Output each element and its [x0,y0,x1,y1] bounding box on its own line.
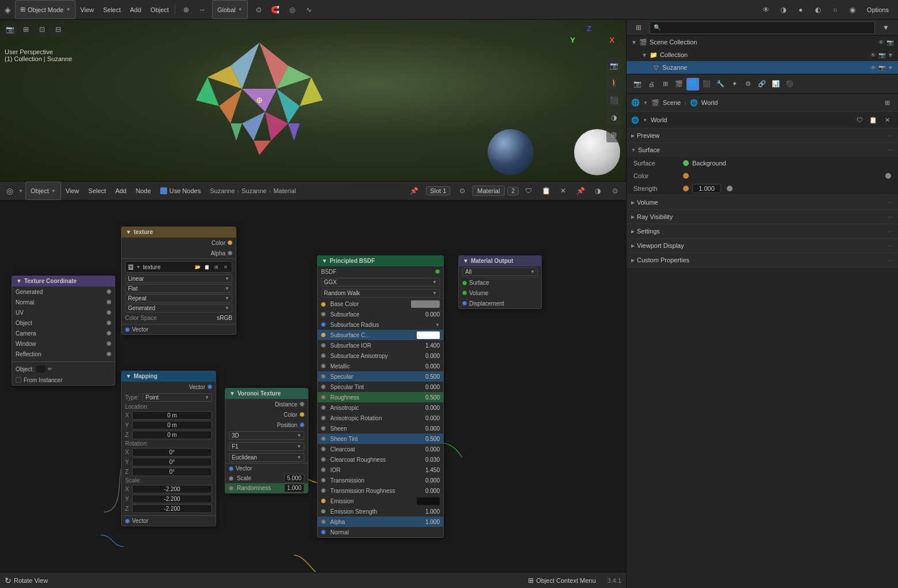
texture-img-btn1[interactable]: 📂 [194,263,202,271]
outliner-search[interactable]: 🔍 [650,21,875,34]
material-pin2[interactable]: 📌 [573,183,588,198]
node-add-menu[interactable]: Add [111,182,131,200]
node-editor-canvas[interactable]: ▼ Texture Coordinate Generated Normal [0,201,626,572]
surface-strength-field[interactable]: 1.000 [692,184,721,193]
tc-node-header[interactable]: ▼ Texture Coordinate [12,276,115,287]
select-menu[interactable]: Select [99,0,126,19]
coll-camera[interactable]: 📷 [878,52,885,58]
texture-proj-dropdown[interactable]: Flat ▼ [125,284,232,293]
props-world-icon[interactable]: 🌐 [686,78,699,91]
texture-img-close[interactable]: ✕ [221,263,229,271]
object-menu[interactable]: Object [146,0,173,19]
world-copy[interactable]: 📋 [867,114,880,126]
world-expand[interactable]: ⊞ [881,96,893,109]
texture-node-header[interactable]: ▼ texture [121,227,236,238]
add-menu[interactable]: Add [126,0,146,19]
texture-img-btn3[interactable]: ⊞ [212,263,220,271]
voronoi-feat-dropdown[interactable]: F1 ▼ [229,442,304,451]
tc-eyedropper[interactable]: ✏ [46,364,55,374]
vp-display-header[interactable]: ▶ Viewport Display ⋯ [627,239,898,252]
material-selector[interactable]: Material [472,186,505,196]
snap-icon[interactable]: ⊕ [179,2,194,17]
surface-header[interactable]: ▼ Surface ⋯ [627,143,898,157]
node-editor-type-icon[interactable]: ◎ [2,183,17,198]
surface-color-dot[interactable] [683,173,689,179]
voronoi-node-header[interactable]: ▼ Voronoi Texture [225,388,308,399]
coll-eye[interactable]: 👁 [870,52,876,58]
overlay-toggle[interactable]: ◑ [606,110,621,125]
view-menu[interactable]: View [76,0,99,19]
options-btn[interactable]: Options [862,6,893,13]
viewport-filter[interactable]: ⊟ [51,22,66,37]
suz-eye[interactable]: 👁 [870,65,876,71]
props-render-icon[interactable]: 📷 [631,78,644,91]
walk-icon[interactable]: 🚶 [606,76,621,91]
voronoi-dist-dropdown[interactable]: Euclidean ▼ [229,453,304,462]
texture-source-dropdown[interactable]: Generated ▼ [125,304,232,312]
mapping-loc-z-field[interactable]: 0 m [132,431,212,439]
shading-render[interactable]: ○ [828,2,843,17]
tc-object-input[interactable] [36,365,46,372]
outliner-scene-collection[interactable]: ▼ 🎬 Scene Collection 👁 📷 [627,36,898,48]
coll-filter[interactable]: ▼ [888,52,893,58]
texture-ext-dropdown[interactable]: Repeat ▼ [125,294,232,303]
mapping-loc-x-field[interactable]: 0 m [132,411,212,420]
shading-solid[interactable]: ● [793,2,808,17]
outliner-filter[interactable]: ▼ [878,20,893,35]
outliner-camera-icon[interactable]: 📷 [886,39,893,46]
bsdf-node-header[interactable]: ▼ Principled BSDF [317,255,444,266]
engine-icon[interactable]: ◈ [0,2,15,17]
bsdf-emission-swatch[interactable] [417,497,440,505]
pivot-icon[interactable]: ⊙ [251,2,266,17]
output-target-dropdown[interactable]: All ▼ [462,267,538,276]
node-select-menu[interactable]: Select [84,182,111,200]
overlay-icon[interactable]: ◑ [776,2,791,17]
settings-header[interactable]: ▶ Settings ⋯ [627,224,898,238]
mapping-scale-y-field[interactable]: -2.200 [132,495,212,503]
world-x[interactable]: ✕ [881,114,893,126]
props-view-layer-icon[interactable]: ⊞ [659,78,671,91]
viewport-overlay2[interactable]: ⊡ [35,22,50,37]
material-copy[interactable]: 📋 [538,183,553,198]
render-icon[interactable]: ⬛ [606,93,621,108]
texture-interp-dropdown[interactable]: Linear ▼ [125,274,232,283]
shading-eevee[interactable]: ◉ [845,2,860,17]
viewport-shading-nodes[interactable]: ⊙ [608,183,622,198]
node-object-mode[interactable]: Object ▼ [25,182,61,200]
props-modifier-icon[interactable]: 🔧 [714,78,727,91]
viewport-grid-icon[interactable]: ⊞ [18,22,33,37]
bsdf-ss-color-swatch[interactable] [417,331,440,339]
props-material-icon[interactable]: ⚫ [783,78,796,91]
bsdf-dist-dropdown[interactable]: GGX ▼ [321,278,440,287]
sphere-icon[interactable]: ⊙ [455,183,470,198]
shading-material[interactable]: ◐ [810,2,825,17]
props-physics-icon[interactable]: ⚙ [742,78,754,91]
props-constraints-icon[interactable]: 🔗 [756,78,768,91]
mode-selector[interactable]: ⊞ Object Mode ▼ [15,0,76,19]
outliner-icon[interactable]: ⊞ [631,20,646,35]
camera-view-icon[interactable]: 📷 [606,58,621,73]
props-scene-icon[interactable]: 🎬 [673,78,685,91]
outliner-eye-icon[interactable]: 👁 [878,39,884,46]
suz-filter[interactable]: ▼ [888,65,893,71]
transform-selector[interactable]: Global ▼ [212,0,248,19]
props-output-icon[interactable]: 🖨 [645,78,658,91]
tc-instancer-check[interactable] [16,377,21,383]
bsdf-ss-dropdown[interactable]: Random Walk ▼ [321,289,440,297]
voronoi-dim-dropdown[interactable]: 3D ▼ [229,431,304,440]
mapping-rot-y-field[interactable]: 0° [132,458,212,466]
transform-icon[interactable]: ↔ [195,2,210,17]
props-particles-icon[interactable]: ✦ [728,78,741,91]
material-shield[interactable]: 🛡 [521,183,536,198]
pie-menu-icon[interactable]: ⊞ [606,127,621,142]
mapping-node-header[interactable]: ▼ Mapping [121,371,216,382]
outliner-collection[interactable]: ▼ 📁 Collection 👁 📷 ▼ [627,48,898,61]
output-node-header[interactable]: ▼ Material Output [458,255,542,266]
texture-img-btn2[interactable]: 📋 [203,263,211,271]
ray-vis-header[interactable]: ▶ Ray Visibility ⋯ [627,210,898,224]
outliner-suzanne[interactable]: ▽ Suzanne 👁 📷 ▼ [627,61,898,74]
suz-camera[interactable]: 📷 [878,65,885,71]
viewport[interactable]: 📷 ⊞ ⊡ ⊟ User Perspective (1) Collection … [0,20,626,181]
mapping-type-dropdown[interactable]: Point ▼ [142,393,212,402]
viewport-camera-icon[interactable]: 📷 [2,22,17,37]
